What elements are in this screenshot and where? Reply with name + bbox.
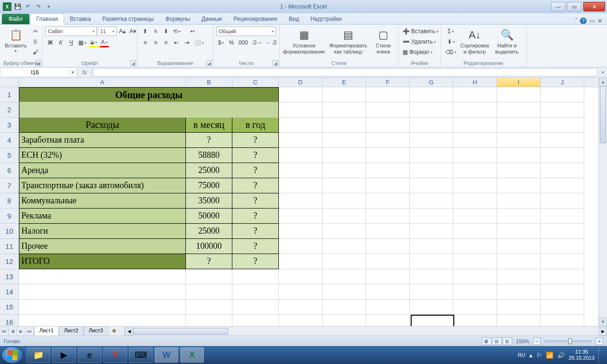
cell-D2[interactable] — [279, 102, 322, 118]
cell-D5[interactable] — [279, 148, 322, 163]
bold-button[interactable]: Ж — [46, 38, 55, 47]
cell-F7[interactable] — [366, 178, 410, 193]
cell-D8[interactable] — [279, 193, 322, 209]
cell-H4[interactable] — [453, 133, 497, 148]
comma-icon[interactable]: 000 — [237, 38, 249, 47]
help-icon[interactable]: ? — [580, 18, 587, 24]
cell-B7[interactable]: 75000 — [186, 178, 232, 193]
cell-F13[interactable] — [366, 269, 410, 284]
copy-icon[interactable]: ⎘ — [31, 37, 40, 46]
cell-C7[interactable]: ? — [232, 178, 279, 193]
cell-H2[interactable] — [453, 102, 497, 118]
cell-G1[interactable] — [410, 87, 453, 102]
row-header-9[interactable]: 9 — [0, 209, 18, 224]
cell-J10[interactable] — [541, 224, 584, 239]
number-format-combo[interactable]: Общий▾ — [216, 27, 276, 36]
cell-H3[interactable] — [453, 118, 497, 133]
currency-icon[interactable]: $ — [216, 38, 226, 47]
cell-A2[interactable] — [19, 102, 279, 118]
window-close-icon[interactable]: ✕ — [598, 18, 602, 24]
select-all-corner[interactable] — [0, 78, 18, 87]
format-cells-button[interactable]: ▦ Формат — [401, 47, 439, 57]
tab-data[interactable]: Данные — [196, 14, 228, 24]
autosum-icon[interactable]: Σ — [444, 27, 458, 36]
cell-F5[interactable] — [366, 148, 410, 163]
cell-I2[interactable] — [497, 102, 541, 118]
cell-I6[interactable] — [497, 163, 541, 178]
vscroll-thumb[interactable] — [600, 86, 606, 143]
cell-E12[interactable] — [322, 254, 366, 269]
cell-G10[interactable] — [410, 224, 453, 239]
cell-D11[interactable] — [279, 239, 322, 254]
cell-J16[interactable] — [541, 315, 584, 326]
cell-I10[interactable] — [497, 224, 541, 239]
cell-F15[interactable] — [366, 300, 410, 315]
fill-icon[interactable]: ⬇ — [444, 37, 458, 46]
cell-E8[interactable] — [322, 193, 366, 209]
conditional-format-button[interactable]: ▦Условное форматирование — [283, 27, 325, 56]
col-header-B[interactable]: B — [186, 78, 232, 87]
zoom-out-button[interactable]: − — [533, 337, 541, 345]
cell-I5[interactable] — [497, 148, 541, 163]
cell-E16[interactable] — [322, 315, 366, 326]
tray-network-icon[interactable]: 📶 — [546, 352, 553, 359]
wrap-text-icon[interactable]: ↩ — [188, 27, 197, 36]
orientation-icon[interactable]: ⟲ — [172, 27, 182, 36]
find-select-button[interactable]: 🔍Найти и выделить — [492, 27, 522, 56]
cell-G3[interactable] — [410, 118, 453, 133]
cell-G4[interactable] — [410, 133, 453, 148]
tab-file[interactable]: Файл — [2, 14, 29, 24]
merge-button[interactable]: ⬜ — [193, 38, 205, 47]
cell-G7[interactable] — [410, 178, 453, 193]
taskbar-excel[interactable]: X — [180, 347, 204, 363]
cell-H10[interactable] — [453, 224, 497, 239]
cell-B13[interactable] — [186, 269, 232, 284]
cell-D10[interactable] — [279, 224, 322, 239]
minimize-button[interactable]: ― — [551, 2, 565, 11]
cell-A11[interactable]: Прочее — [19, 239, 186, 254]
cell-E2[interactable] — [322, 102, 366, 118]
cell-D9[interactable] — [279, 209, 322, 224]
cell-E7[interactable] — [322, 178, 366, 193]
cell-F16[interactable] — [366, 315, 410, 326]
zoom-level[interactable]: 150% — [516, 338, 529, 344]
cell-C11[interactable]: ? — [232, 239, 279, 254]
tray-expand-icon[interactable]: ▴ — [529, 352, 533, 359]
row-header-13[interactable]: 13 — [0, 269, 18, 284]
cell-H15[interactable] — [453, 300, 497, 315]
col-header-A[interactable]: A — [19, 78, 186, 87]
cell-H13[interactable] — [453, 269, 497, 284]
cell-A8[interactable]: Коммунальные — [19, 193, 186, 209]
sheet-tab-2[interactable]: Лист2 — [59, 326, 83, 336]
row-header-15[interactable]: 15 — [0, 300, 18, 315]
cell-E10[interactable] — [322, 224, 366, 239]
cell-D14[interactable] — [279, 284, 322, 300]
cell-B3[interactable]: в месяц — [186, 118, 232, 133]
fx-icon[interactable]: fx — [78, 67, 92, 77]
cell-C3[interactable]: в год — [232, 118, 279, 133]
cell-A7[interactable]: Транспортные (заказ автомобиля) — [19, 178, 186, 193]
cell-B6[interactable]: 25000 — [186, 163, 232, 178]
number-launcher-icon[interactable]: ◢ — [273, 60, 278, 66]
cell-H11[interactable] — [453, 239, 497, 254]
cell-A9[interactable]: Реклама — [19, 209, 186, 224]
cell-A5[interactable]: ЕСН (32%) — [19, 148, 186, 163]
cell-G14[interactable] — [410, 284, 453, 300]
sheet-tab-3[interactable]: Лист3 — [83, 326, 108, 336]
cell-E9[interactable] — [322, 209, 366, 224]
cell-I4[interactable] — [497, 133, 541, 148]
fill-color-button[interactable]: ⬙ — [89, 38, 99, 47]
cell-B14[interactable] — [186, 284, 232, 300]
tab-page-layout[interactable]: Разметка страницы — [97, 14, 160, 24]
cell-J11[interactable] — [541, 239, 584, 254]
cell-C14[interactable] — [232, 284, 279, 300]
sheet-tab-1[interactable]: Лист1 — [34, 326, 59, 336]
tab-home[interactable]: Главная — [30, 13, 64, 25]
cell-I16[interactable] — [497, 315, 541, 326]
cell-E11[interactable] — [322, 239, 366, 254]
cell-F4[interactable] — [366, 133, 410, 148]
cell-G5[interactable] — [410, 148, 453, 163]
tab-review[interactable]: Рецензирование — [228, 14, 283, 24]
row-header-6[interactable]: 6 — [0, 163, 18, 178]
font-name-combo[interactable]: Calibri▾ — [46, 27, 97, 36]
